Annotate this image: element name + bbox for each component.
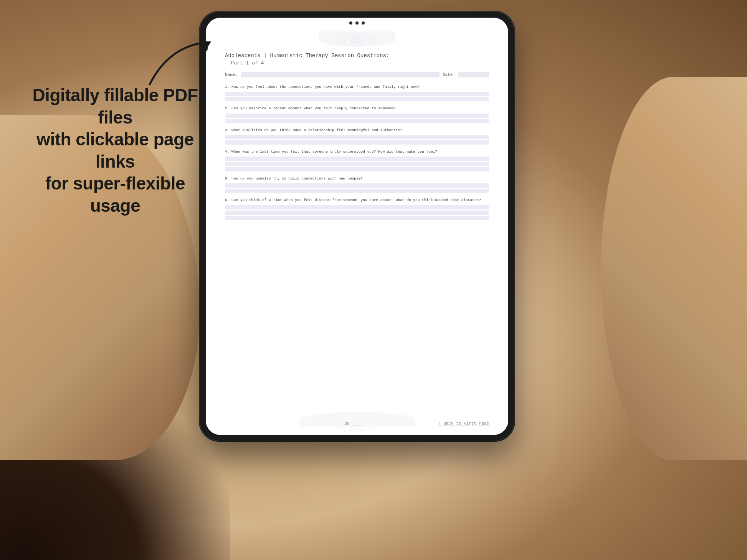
question-5-text: 5. How do you usually try to build conne… [225, 176, 489, 181]
answer-line [225, 156, 489, 161]
bg-arm-right [601, 77, 747, 460]
svg-point-9 [369, 38, 375, 44]
tablet-camera [349, 21, 365, 25]
date-label: Date: [443, 72, 455, 77]
question-6: 6. Can you think of a time when you felt… [225, 198, 489, 220]
svg-point-12 [353, 428, 361, 432]
question-2-answer[interactable] [225, 114, 489, 123]
question-6-text: 6. Can you think of a time when you felt… [225, 198, 489, 203]
camera-dot-3 [362, 21, 365, 25]
question-2: 2. Can you describe a recent moment when… [225, 106, 489, 123]
svg-point-7 [339, 38, 345, 44]
question-4-text: 4. When was the last time you felt that … [225, 149, 489, 155]
answer-line [225, 97, 489, 101]
answer-line [225, 183, 489, 188]
answer-line [225, 140, 489, 145]
pdf-content: Adolescents | Humanistic Therapy Session… [206, 49, 508, 435]
question-3: 3. What qualities do you think make a re… [225, 128, 489, 145]
svg-point-11 [350, 425, 364, 432]
svg-point-13 [338, 428, 345, 432]
name-input[interactable] [241, 72, 440, 77]
answer-line [225, 205, 489, 209]
marketing-headline: Digitally fillable PDF files with clicka… [23, 84, 207, 217]
camera-dot-1 [349, 21, 352, 25]
question-3-answer[interactable] [225, 135, 489, 145]
answer-line [225, 119, 489, 123]
question-5: 5. How do you usually try to build conne… [225, 176, 489, 193]
question-2-text: 2. Can you describe a recent moment when… [225, 106, 489, 111]
date-input[interactable] [458, 72, 489, 77]
answer-line [225, 216, 489, 220]
marketing-text-block: Digitally fillable PDF files with clicka… [23, 84, 207, 217]
camera-dot-2 [355, 21, 359, 25]
tablet-outer: Adolescents | Humanistic Therapy Session… [200, 12, 514, 441]
answer-line [225, 167, 489, 171]
answer-line [225, 189, 489, 193]
question-4-answer[interactable] [225, 156, 489, 171]
arrow-icon [146, 38, 230, 92]
pdf-header-decoration [206, 31, 508, 49]
pdf-header-mandala [206, 31, 508, 49]
svg-point-14 [369, 428, 376, 432]
page-number: 20 [344, 421, 349, 426]
pdf-document: Adolescents | Humanistic Therapy Session… [206, 31, 508, 435]
answer-line [225, 92, 489, 96]
answer-line [225, 211, 489, 215]
question-1-text: 1. How do you feel about the connections… [225, 84, 489, 90]
pdf-subtitle: – Part 1 of 4 [225, 60, 489, 66]
back-to-first-page-link[interactable]: ↑ Back to First Page [438, 421, 489, 426]
question-4: 4. When was the last time you felt that … [225, 149, 489, 171]
question-3-text: 3. What qualities do you think make a re… [225, 128, 489, 133]
question-1: 1. How do you feel about the connections… [225, 84, 489, 101]
svg-point-10 [371, 40, 374, 43]
answer-line [225, 162, 489, 166]
pdf-name-date-row: Name: Date: [225, 72, 489, 77]
answer-line [225, 114, 489, 118]
question-5-answer[interactable] [225, 183, 489, 193]
pdf-title: Adolescents | Humanistic Therapy Session… [225, 53, 489, 59]
question-1-answer[interactable] [225, 92, 489, 101]
tablet: Adolescents | Humanistic Therapy Session… [200, 12, 514, 441]
question-6-answer[interactable] [225, 205, 489, 220]
tablet-screen: Adolescents | Humanistic Therapy Session… [206, 18, 508, 435]
answer-line [225, 135, 489, 139]
svg-point-8 [340, 40, 343, 43]
